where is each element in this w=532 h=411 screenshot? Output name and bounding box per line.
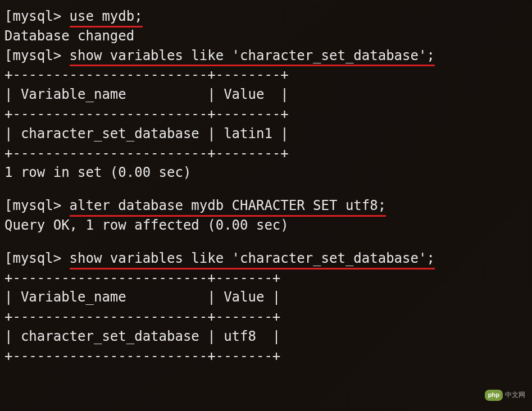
table-row: | character_set_database | utf8 | [4, 327, 528, 346]
watermark-text: 中文网 [505, 390, 525, 400]
command-alter: alter database mydb CHARACTER SET utf8; [70, 196, 387, 216]
command-line-2: [mysql> show variables like 'character_s… [4, 46, 528, 66]
table-border: +------------------------+--------+ [4, 104, 528, 124]
response-query-ok: Query OK, 1 row affected (0.00 sec) [4, 216, 528, 235]
table-border: +------------------------+-------+ [4, 268, 528, 288]
table-header: | Variable_name | Value | [4, 287, 528, 307]
command-line-1: [mysql> use mydb; [4, 7, 528, 26]
command-line-4: [mysql> show variables like 'character_s… [4, 249, 528, 268]
table-row: | character_set_database | latin1 | [4, 124, 528, 144]
command-show-vars-1: show variables like 'character_set_datab… [70, 46, 435, 66]
response-rowcount-1: 1 row in set (0.00 sec) [4, 163, 528, 182]
blank-line [4, 235, 528, 249]
table-border: +------------------------+--------+ [4, 65, 528, 85]
prompt-bracket: [ [4, 250, 12, 266]
mysql-prompt: mysql> [12, 8, 69, 24]
terminal-output: [mysql> use mydb; Database changed [mysq… [4, 7, 528, 366]
mysql-prompt: mysql> [12, 250, 69, 266]
response-db-changed: Database changed [4, 26, 528, 46]
watermark-badge: php [485, 390, 503, 401]
command-show-vars-2: show variables like 'character_set_datab… [70, 249, 435, 268]
watermark: php 中文网 [485, 390, 525, 401]
table-border: +------------------------+-------+ [4, 307, 528, 327]
blank-line [4, 182, 528, 196]
table-border: +------------------------+--------+ [4, 144, 528, 163]
command-use: use mydb; [70, 7, 143, 26]
prompt-bracket: [ [4, 48, 12, 63]
mysql-prompt: mysql> [12, 48, 69, 63]
mysql-prompt: mysql> [12, 198, 69, 213]
prompt-bracket: [ [4, 8, 12, 24]
prompt-bracket: [ [4, 198, 12, 213]
table-header: | Variable_name | Value | [4, 85, 528, 104]
command-line-3: [mysql> alter database mydb CHARACTER SE… [4, 196, 528, 216]
table-border: +------------------------+-------+ [4, 346, 528, 366]
